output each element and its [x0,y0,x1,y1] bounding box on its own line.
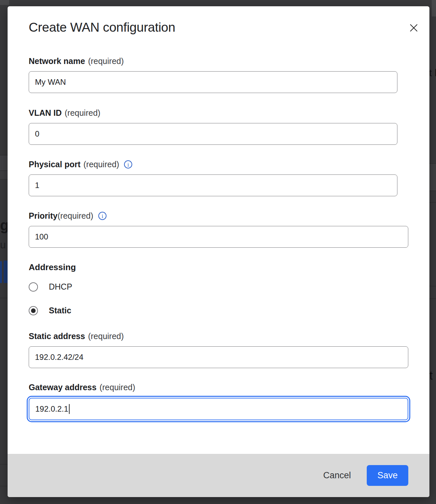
required-hint: (required) [88,331,124,341]
priority-input[interactable] [29,226,408,248]
gateway-address-label: Gateway address(required) [29,382,408,392]
background-divider [429,286,436,286]
network-name-input[interactable] [29,71,397,93]
radio-dhcp-label: DHCP [49,282,72,292]
priority-label: Priority(required) i [29,211,408,221]
dialog-footer: Cancel Save [8,454,429,497]
background-divider [0,179,8,179]
radio-static[interactable]: Static [29,306,408,315]
background-divider [429,163,436,164]
required-hint: (required) [58,211,93,220]
dialog-title: Create WAN configuration [29,6,408,35]
vlan-id-input[interactable] [29,123,397,145]
close-button[interactable] [408,22,419,33]
radio-button-selected-icon[interactable] [29,306,38,315]
close-icon [409,23,419,33]
background-text-fragment: t l [429,67,436,79]
info-icon[interactable]: i [124,160,133,169]
background-app-corner-right [432,0,436,16]
text-cursor [69,404,70,414]
background-button-fragment [4,261,8,283]
background-divider [429,299,436,299]
background-table-row [0,155,8,171]
background-divider [429,191,436,191]
gateway-address-value: 192.0.2.1 [35,404,68,414]
required-hint: (required) [88,56,124,66]
physical-port-input[interactable] [29,174,397,196]
background-table-row [0,171,8,179]
radio-dhcp[interactable]: DHCP [29,282,408,292]
background-divider [429,202,436,203]
vlan-id-label: VLAN ID(required) [29,108,408,118]
background-text-fragment: u [0,239,7,251]
static-address-label: Static address(required) [29,331,408,341]
physical-port-label: Physical port(required) i [29,159,408,169]
background-button-fragment [0,261,2,283]
required-hint: (required) [100,383,135,392]
addressing-heading: Addressing [29,262,408,272]
background-divider [0,464,8,464]
background-divider [0,486,8,486]
required-hint: (required) [83,160,119,169]
network-name-label: Network name(required) [29,56,408,66]
radio-static-label: Static [49,306,71,315]
static-address-input[interactable] [29,346,408,368]
svg-text:i: i [128,162,129,168]
background-table-row [429,163,436,191]
gateway-address-input[interactable]: 192.0.2.1 [29,398,408,420]
save-button[interactable]: Save [367,465,408,486]
radio-dot [31,308,36,313]
svg-text:i: i [102,213,103,219]
background-divider [0,155,8,155]
background-text-fragment: t [429,369,436,383]
radio-button-icon[interactable] [29,282,38,292]
required-hint: (required) [65,108,100,117]
cancel-button[interactable]: Cancel [323,470,351,481]
background-app-corner [0,0,9,5]
background-divider [0,171,8,171]
create-wan-dialog: Create WAN configuration Network name(re… [8,6,429,497]
background-text-fragment: g [0,217,8,234]
background-divider [0,298,8,298]
info-icon[interactable]: i [98,211,107,220]
